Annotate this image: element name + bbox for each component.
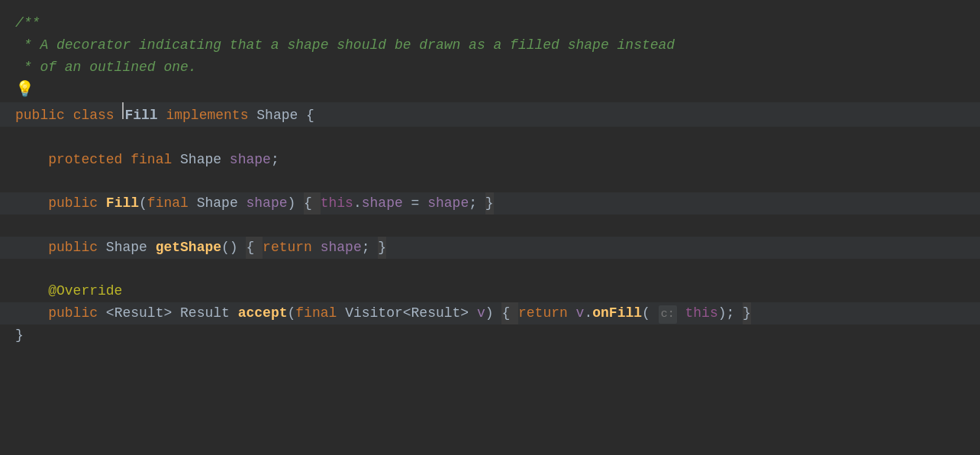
paren-close-2: ) xyxy=(485,302,502,324)
brace-open-3: { xyxy=(501,302,518,324)
method-onfill: onFill xyxy=(592,302,642,324)
dot-onfill: . xyxy=(584,302,592,324)
generic-open: < xyxy=(106,302,114,324)
code-editor: /** * A decorator indicating that a shap… xyxy=(0,0,980,455)
return-type-shape: Shape xyxy=(106,237,156,259)
keyword-public-2: public xyxy=(15,192,106,215)
code-line-11: public Shape getShape() { return shape; … xyxy=(0,237,980,259)
keyword-public: public xyxy=(15,105,73,127)
keyword-final: final xyxy=(131,149,180,171)
paren-close: ) xyxy=(288,192,305,215)
semicolon-3: ; xyxy=(362,237,379,259)
paren-open-3: ( xyxy=(642,302,659,324)
type-shape-2: Shape xyxy=(197,192,247,215)
code-line-10 xyxy=(0,215,980,237)
code-line-3: * of an outlined one. xyxy=(0,56,980,79)
closing-parens: ); xyxy=(718,302,743,324)
keyword-class: class xyxy=(73,105,123,127)
keyword-public-3: public xyxy=(15,237,106,259)
param-shape-2: shape xyxy=(427,192,469,215)
keyword-return: return xyxy=(263,237,321,259)
field-shape: shape xyxy=(230,149,271,171)
keyword-implements: implements xyxy=(166,105,256,127)
code-line-7: protected final Shape shape; xyxy=(0,149,980,171)
method-parens: () xyxy=(221,237,246,259)
param-v: v xyxy=(477,302,485,324)
dot-shape: . xyxy=(353,192,362,215)
equals: = xyxy=(403,192,427,215)
code-line-12 xyxy=(0,259,980,281)
lightbulb-icon: 💡 xyxy=(15,78,34,102)
semicolon-2: ; xyxy=(469,192,485,215)
interface-shape: Shape { xyxy=(256,105,314,127)
code-line-6 xyxy=(0,127,980,149)
brace-close-1: } xyxy=(485,192,494,215)
field-shape-3: shape xyxy=(321,237,362,259)
keyword-protected: protected xyxy=(15,149,131,171)
param-shape: shape xyxy=(246,192,287,215)
brace-open-2: { xyxy=(246,237,263,259)
comment-line-3: * of an outlined one. xyxy=(15,56,197,79)
semicolon-1: ; xyxy=(271,149,279,171)
this-keyword: this xyxy=(321,192,353,215)
code-line-2: * A decorator indicating that a shape sh… xyxy=(0,34,980,56)
code-line-15: } xyxy=(0,324,980,347)
paren-open: ( xyxy=(139,192,147,215)
keyword-public-4: public xyxy=(15,302,106,324)
code-line-13: @Override xyxy=(0,280,980,302)
param-v-2: v xyxy=(576,302,585,324)
space xyxy=(677,302,685,324)
return-result: Result xyxy=(180,302,238,324)
keyword-final-2: final xyxy=(147,192,197,215)
type-result: Result xyxy=(114,302,164,324)
method-getshape: getShape xyxy=(156,237,221,259)
code-line-14: public <Result> Result accept(final Visi… xyxy=(0,302,980,324)
brace-close-2: } xyxy=(378,237,386,259)
classname-fill: Fill xyxy=(124,105,166,127)
keyword-final-3: final xyxy=(295,302,345,324)
class-closing-brace: } xyxy=(15,324,24,347)
text-cursor xyxy=(122,102,124,119)
code-line-8 xyxy=(0,170,980,192)
code-line-5: public class Fill implements Shape { xyxy=(0,102,980,126)
brace-close-3: } xyxy=(743,302,751,324)
annotation-override: @Override xyxy=(15,280,122,302)
method-accept: accept xyxy=(238,302,288,324)
field-shape-2: shape xyxy=(362,192,403,215)
generic-close: > xyxy=(163,302,180,324)
comment-start: /** xyxy=(15,12,40,34)
code-line-1: /** xyxy=(0,12,980,34)
constructor-fill: Fill xyxy=(106,192,139,215)
visitor-type: Visitor<Result> xyxy=(345,302,477,324)
brace-open-1: { xyxy=(304,192,321,215)
this-keyword-2: this xyxy=(685,302,717,324)
param-hint-c: c: xyxy=(659,305,677,324)
type-shape: Shape xyxy=(180,149,230,171)
paren-open-2: ( xyxy=(288,302,296,324)
code-line-4: 💡 xyxy=(0,78,980,102)
keyword-return-2: return xyxy=(518,302,576,324)
comment-line-2: * A decorator indicating that a shape sh… xyxy=(15,34,675,56)
code-line-9: public Fill(final Shape shape) { this.sh… xyxy=(0,192,980,215)
